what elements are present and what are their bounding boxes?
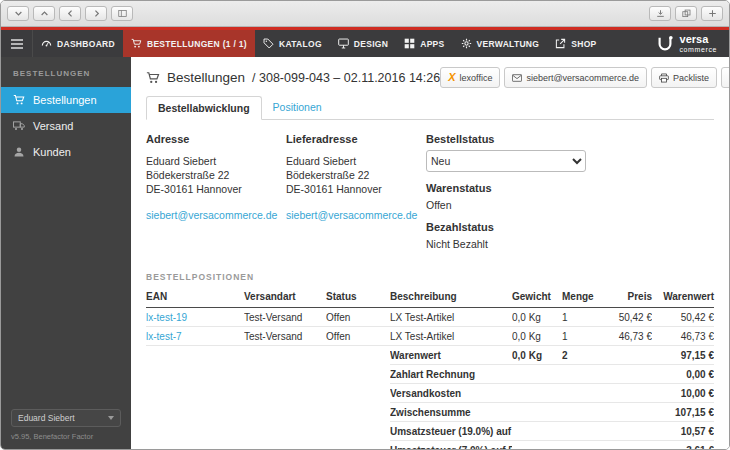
billing-address: Adresse Eduard Siebert Bödekerstraße 22 … xyxy=(146,133,286,260)
cell: 50,42 € xyxy=(600,308,652,327)
cell xyxy=(326,403,390,422)
cell: 10,00 € xyxy=(652,384,714,403)
page-title: Bestellungen xyxy=(167,70,245,85)
cell xyxy=(562,384,600,403)
nav-label: SHOP xyxy=(571,39,596,49)
cell xyxy=(562,403,600,422)
chevron-up-button[interactable] xyxy=(33,6,55,21)
cell: 1 xyxy=(562,327,600,346)
sidebar-item-bestellungen[interactable]: Bestellungen xyxy=(1,87,131,113)
main-content: Bestellungen / 308-099-043 – 02.11.2016 … xyxy=(131,57,729,449)
lexoffice-button[interactable]: X lexoffice xyxy=(440,67,500,88)
brand-name: versa xyxy=(680,34,717,46)
cell xyxy=(244,441,326,450)
cell: Offen xyxy=(326,308,390,327)
cell xyxy=(244,403,326,422)
cell xyxy=(562,441,600,450)
cell xyxy=(146,441,244,450)
cell: Warenwert xyxy=(390,346,512,365)
tab-bestellabwicklung[interactable]: Bestellabwicklung xyxy=(146,96,262,120)
nav-katalog[interactable]: KATALOG xyxy=(255,30,330,57)
user-select[interactable]: Eduard Siebert xyxy=(11,409,121,427)
column-header: EAN xyxy=(146,288,244,308)
nav-verwaltung[interactable]: VERWALTUNG xyxy=(453,30,548,57)
download-button[interactable] xyxy=(649,6,671,21)
cell: 0,00 € xyxy=(652,365,714,384)
address-line: DE-30161 Hannover xyxy=(146,182,286,196)
packliste-label: Packliste xyxy=(673,73,709,83)
nav-shop[interactable]: SHOP xyxy=(547,30,604,57)
cell xyxy=(244,365,326,384)
cell xyxy=(600,346,652,365)
sidebar-item-versand[interactable]: Versand xyxy=(1,113,131,139)
order-status-select[interactable]: Neu xyxy=(426,150,586,172)
envelope-icon xyxy=(512,73,522,83)
chevron-down-button[interactable] xyxy=(7,6,29,21)
order-items-body: lx-test-19Test-VersandOffenLX Test-Artik… xyxy=(146,308,714,450)
nav-label: KATALOG xyxy=(279,39,322,49)
table-header-row: EAN Versandart Status Beschreibung Gewic… xyxy=(146,288,714,308)
cell xyxy=(146,365,244,384)
tabs-overview-button[interactable] xyxy=(675,6,697,21)
split-view-icon xyxy=(118,9,127,18)
shipping-address-heading: Lieferadresse xyxy=(286,133,426,145)
order-row: lx-test-7Test-VersandOffenLX Test-Artike… xyxy=(146,327,714,346)
nav-apps[interactable]: APPS xyxy=(396,30,452,57)
nav-bestellungen[interactable]: BESTELLUNGEN (1 / 1) xyxy=(123,30,255,57)
column-header: Gewicht xyxy=(512,288,562,308)
order-tabs: Bestellabwicklung Positionen xyxy=(146,96,714,120)
brand-subname: commerce xyxy=(680,46,717,53)
nav-design[interactable]: DESIGN xyxy=(330,30,396,57)
versacommerce-logo-icon xyxy=(656,35,674,53)
new-tab-button[interactable] xyxy=(701,6,723,21)
tab-positionen[interactable]: Positionen xyxy=(262,96,333,120)
settings-dropdown-button[interactable] xyxy=(721,67,729,88)
sidebar-footer: Eduard Siebert v5.95, Benefactor Factor xyxy=(11,409,121,441)
cell: 1 xyxy=(562,308,600,327)
cell: 46,73 € xyxy=(652,327,714,346)
order-detail: Adresse Eduard Siebert Bödekerstraße 22 … xyxy=(146,120,714,260)
cart-icon xyxy=(146,71,160,85)
column-header: Beschreibung xyxy=(390,288,512,308)
split-view-button[interactable] xyxy=(111,6,133,21)
printer-icon xyxy=(659,73,669,83)
address-line: Bödekerstraße 22 xyxy=(286,168,426,182)
forward-icon xyxy=(92,9,101,18)
packliste-button[interactable]: Packliste xyxy=(651,67,717,88)
cell xyxy=(244,346,326,365)
sidebar-section-title: BESTELLUNGEN xyxy=(1,57,131,87)
forward-button[interactable] xyxy=(85,6,107,21)
email-customer-button[interactable]: siebert@versacommerce.de xyxy=(504,67,647,88)
cell: Umsatzsteuer (19.0%) auf 55,61 € xyxy=(390,422,512,441)
browser-chrome xyxy=(1,1,729,27)
sidebar: BESTELLUNGEN Bestellungen Versand Kunden… xyxy=(1,57,131,449)
item-ean-link[interactable]: lx-test-7 xyxy=(146,327,244,346)
status-column: Bestellstatus Neu Warenstatus Offen Beza… xyxy=(426,133,591,260)
cell xyxy=(600,441,652,450)
cell: 50,42 € xyxy=(652,308,714,327)
cell xyxy=(512,365,562,384)
nav-label: DASHBOARD xyxy=(57,39,115,49)
item-ean-link[interactable]: lx-test-19 xyxy=(146,308,244,327)
cell xyxy=(600,365,652,384)
menu-toggle-button[interactable] xyxy=(1,30,33,57)
lexoffice-label: lexoffice xyxy=(460,73,493,83)
cart-icon xyxy=(13,94,25,106)
body-row: BESTELLUNGEN Bestellungen Versand Kunden… xyxy=(1,57,729,449)
nav-label: DESIGN xyxy=(354,39,388,49)
cell: 3,61 € xyxy=(652,441,714,450)
cell xyxy=(600,422,652,441)
cell xyxy=(512,384,562,403)
chevron-down-icon xyxy=(108,416,114,420)
cell: 0,0 Kg xyxy=(512,308,562,327)
back-button[interactable] xyxy=(59,6,81,21)
sidebar-item-kunden[interactable]: Kunden xyxy=(1,139,131,165)
customer-email-link[interactable]: siebert@versacommerce.de xyxy=(146,209,277,221)
download-icon xyxy=(656,9,665,18)
nav-dashboard[interactable]: DASHBOARD xyxy=(33,30,123,57)
order-row: lx-test-19Test-VersandOffenLX Test-Artik… xyxy=(146,308,714,327)
chevron-down-icon xyxy=(14,9,23,18)
customer-email-link[interactable]: siebert@versacommerce.de xyxy=(286,209,417,221)
cell xyxy=(244,384,326,403)
cell: Zwischensumme xyxy=(390,403,512,422)
